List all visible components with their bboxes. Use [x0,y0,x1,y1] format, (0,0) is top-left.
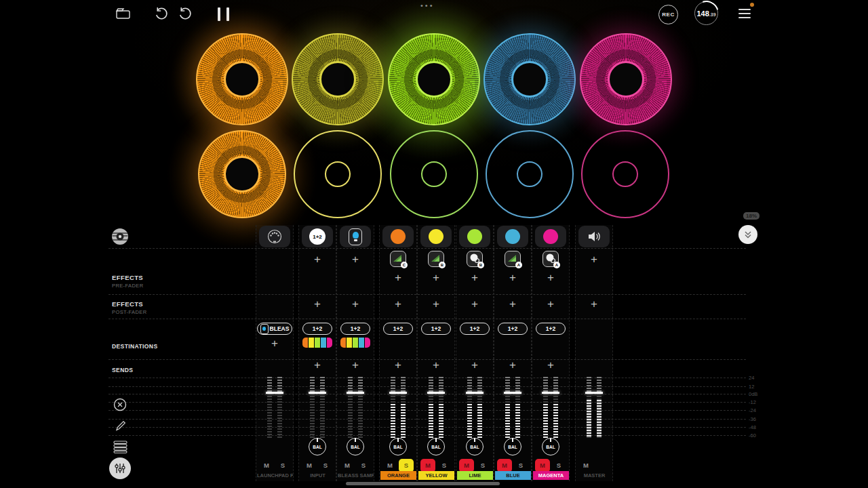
solo-button[interactable]: S [318,459,333,472]
add-send-button[interactable]: + [314,359,321,371]
destination-chip[interactable]: 1+2 [536,323,566,335]
list-stack-icon[interactable] [113,441,127,453]
add-postfader-effect-button[interactable]: + [509,298,516,310]
add-postfader-effect-button[interactable]: + [314,298,321,310]
balance-knob[interactable]: BAL [389,438,407,455]
fader-handle[interactable] [309,392,326,394]
destination-chip[interactable]: 1+2 [460,323,490,335]
prefader-effect-icon[interactable]: B [428,251,444,267]
multitask-dots[interactable]: ••• [420,1,435,9]
destination-chip[interactable]: 1+2 [340,323,370,335]
fader-handle[interactable] [266,392,283,394]
loop-orange-2[interactable] [198,130,286,218]
channel-name[interactable]: LAUNCHPAD P [257,471,293,480]
collapse-mixer-button[interactable] [738,225,757,244]
volume-fader[interactable] [466,377,484,438]
channel-name[interactable]: MASTER [576,471,612,480]
solo-button[interactable]: S [356,459,371,472]
channel-header-master[interactable] [578,226,610,247]
channel-header-orange[interactable] [382,226,414,247]
mute-button-active[interactable]: M [459,459,474,472]
channel-header-yellow[interactable] [420,226,452,247]
channel-name[interactable]: INPUT [300,471,336,480]
add-destination-button[interactable]: + [271,338,278,350]
loop-yellow-empty[interactable] [294,130,382,218]
mute-button[interactable]: M [259,459,274,472]
add-postfader-effect-button[interactable]: + [591,298,597,310]
fader-handle[interactable] [347,392,364,394]
add-send-button[interactable]: + [395,359,401,371]
destination-chip[interactable]: 1+2 [421,323,451,335]
channel-header-bleass[interactable] [340,226,371,247]
pause-button[interactable] [218,7,229,21]
output-disc-icon[interactable] [111,227,130,246]
add-postfader-effect-button[interactable]: + [433,298,439,310]
mute-button-active[interactable]: M [497,459,512,472]
balance-knob[interactable]: BAL [309,438,326,455]
record-button[interactable]: REC [658,5,678,24]
volume-fader[interactable] [585,377,603,438]
volume-fader[interactable] [427,377,445,438]
solo-button-active[interactable]: S [399,459,414,472]
balance-knob[interactable]: BAL [542,438,559,455]
destination-chip[interactable]: 1+2 [383,323,413,335]
destination-chip-bleass[interactable]: BLEAS [257,323,292,335]
fader-handle[interactable] [389,392,407,394]
channel-name[interactable]: LIME [457,471,493,480]
balance-knob[interactable]: BAL [504,438,521,455]
channel-name[interactable]: ORANGE [380,471,416,480]
volume-fader[interactable] [504,377,521,438]
solo-button[interactable]: S [513,459,528,472]
add-send-button[interactable]: + [352,359,359,371]
channel-header-magenta[interactable] [535,226,566,247]
mute-button[interactable]: M [382,459,397,472]
add-prefader-effect-button[interactable]: + [509,272,516,284]
mute-button[interactable]: M [340,459,355,472]
volume-fader[interactable] [266,377,283,438]
volume-fader[interactable] [389,377,407,438]
loop-orange[interactable] [196,33,288,125]
add-prefader-effect-button[interactable]: + [471,272,478,284]
prefader-effect-icon[interactable]: C [390,251,406,267]
channel-header-lime[interactable] [459,226,490,247]
balance-knob[interactable]: BAL [347,438,364,455]
channel-name[interactable]: BLUE [495,471,531,480]
prefader-effect-icon[interactable]: B [467,251,483,267]
fader-handle[interactable] [542,392,559,394]
add-prefader-effect-button[interactable]: + [314,253,321,266]
destination-chip[interactable]: 1+2 [498,323,528,335]
channel-header-blue[interactable] [497,226,528,247]
loop-blue[interactable] [484,33,576,125]
loop-olive[interactable] [292,33,384,125]
add-prefader-effect-button[interactable]: + [352,253,359,266]
add-send-button[interactable]: + [433,359,439,371]
add-send-button[interactable]: + [471,359,478,371]
add-prefader-effect-button[interactable]: + [433,272,439,284]
add-prefader-effect-button[interactable]: + [547,272,554,284]
fader-handle[interactable] [585,392,603,394]
channel-name[interactable]: BLEASS SAMP [338,471,374,480]
solo-button[interactable]: S [475,459,490,472]
add-postfader-effect-button[interactable]: + [547,298,554,310]
mute-button-active[interactable]: M [420,459,435,472]
loop-magenta[interactable] [580,33,672,125]
add-prefader-effect-button[interactable]: + [591,253,597,266]
mute-button-active[interactable]: M [535,459,550,472]
fader-handle[interactable] [427,392,445,394]
volume-fader[interactable] [542,377,559,438]
edit-pencil-icon[interactable] [114,419,127,432]
add-send-button[interactable]: + [509,359,516,371]
destination-chip[interactable]: 1+2 [302,323,332,335]
folder-icon[interactable] [115,7,131,20]
send-color-strip[interactable] [302,338,332,348]
mute-button[interactable]: M [302,459,317,472]
add-postfader-effect-button[interactable]: + [395,298,401,310]
add-send-button[interactable]: + [547,359,554,371]
solo-button[interactable]: S [551,459,566,472]
loop-blue-empty[interactable] [486,130,574,218]
channel-name[interactable]: YELLOW [418,471,454,480]
horizontal-scrollbar[interactable] [346,482,500,485]
mute-button[interactable]: M [578,459,593,472]
add-postfader-effect-button[interactable]: + [352,298,359,310]
channel-header-midi[interactable] [259,226,290,247]
